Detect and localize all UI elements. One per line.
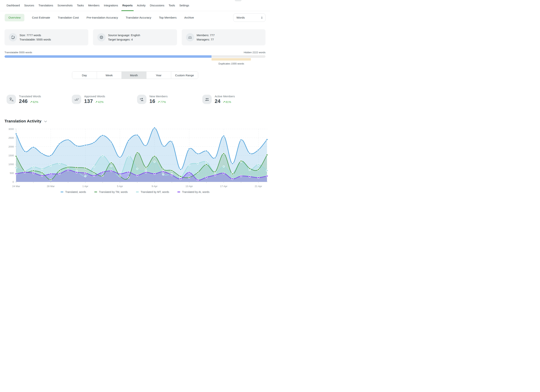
trend-up-icon: ↗	[158, 100, 160, 104]
nav-item-sources[interactable]: Sources	[24, 0, 34, 11]
subnav-item-archive[interactable]: Archive	[184, 16, 194, 19]
svg-text:3000: 3000	[8, 128, 14, 130]
translatable-progress-fill	[5, 55, 211, 58]
nav-item-screenshots[interactable]: Screenshots	[58, 0, 73, 11]
svg-text:0: 0	[13, 181, 14, 183]
activity-chart-svg: 05001000150020002500300024 Mar28 Mar1 Ap…	[0, 125, 270, 190]
subnav-item-translation-cost[interactable]: Translation Cost	[58, 16, 79, 19]
range-tab-month[interactable]: Month	[121, 72, 146, 79]
date-range-control: DayWeekMonthYearCustom Range	[72, 71, 198, 79]
legend-item-translated-by-ai-words[interactable]: Translated by AI, words	[177, 190, 210, 194]
stat-label: New Members	[150, 95, 168, 98]
stat-label: Translated Words	[19, 95, 41, 98]
words-progress-section: Translatable 5555 words Hidden 2222 word…	[5, 51, 265, 60]
svg-text:21 Apr: 21 Apr	[255, 185, 262, 188]
duplicates-label: Duplicates 1555 words	[218, 62, 244, 65]
nav-item-members[interactable]: Members	[88, 0, 99, 11]
stat-label: Active Members	[215, 95, 235, 98]
svg-text:24 Mar: 24 Mar	[12, 185, 20, 188]
stat-new-members: New Members16↗77%	[135, 95, 200, 104]
summary-card: Size: 7777 wordsTranslatable: 5555 words	[5, 29, 88, 45]
stat-change: ↗77%	[158, 100, 166, 104]
svg-text:17 Apr: 17 Apr	[220, 185, 228, 188]
stat-active-members: Active Members24↗81%	[200, 95, 265, 104]
legend-item-translated-by-tm-words[interactable]: Translated by TM, words	[94, 190, 128, 194]
nav-item-discussions[interactable]: Discussions	[150, 0, 164, 11]
top-navigation: DashboardSourcesTranslationsScreenshotsT…	[0, 0, 270, 11]
stat-label: Approved Words	[84, 95, 105, 98]
stat-value: 16	[150, 99, 155, 104]
summary-card-text: Members: 777Managers: 77	[197, 33, 215, 42]
stats-row: ATranslated Words246↗62%Approved Words13…	[5, 95, 265, 104]
svg-text:2000: 2000	[8, 145, 14, 148]
stat-value: 246	[19, 99, 28, 104]
svg-text:500: 500	[10, 172, 14, 174]
svg-text:1500: 1500	[8, 154, 14, 157]
double-check-icon	[72, 95, 81, 104]
nav-item-tasks[interactable]: Tasks	[77, 0, 84, 11]
subnav-item-pre-translation-accuracy[interactable]: Pre-translation Accuracy	[86, 16, 118, 19]
donut-chart-icon	[9, 33, 17, 41]
nav-item-translations[interactable]: Translations	[38, 0, 53, 11]
summary-card-text: Size: 7777 wordsTranslatable: 5555 words	[20, 33, 51, 42]
stat-translated-words: ATranslated Words246↗62%	[5, 95, 70, 104]
reports-subnav: OverviewCost EstimateTranslation CostPre…	[0, 11, 270, 24]
translate-icon: A	[7, 95, 16, 104]
translation-activity-chart: 05001000150020002500300024 Mar28 Mar1 Ap…	[0, 125, 270, 190]
globe-icon	[97, 33, 105, 41]
person-add-icon	[137, 95, 146, 104]
legend-item-translated-words[interactable]: Translated, words	[60, 190, 86, 194]
subnav-item-cost-estimate[interactable]: Cost Estimate	[32, 16, 50, 19]
date-range-control-wrap: DayWeekMonthYearCustom Range	[0, 71, 270, 79]
duplicates-bar	[211, 58, 251, 60]
cut-off-element	[235, 0, 241, 1]
stat-change: ↗62%	[30, 100, 38, 104]
legend-label: Translated, words	[65, 190, 86, 194]
subnav-item-top-members[interactable]: Top Members	[159, 16, 177, 19]
nav-item-settings[interactable]: Settings	[179, 0, 189, 11]
svg-text:13 Apr: 13 Apr	[185, 185, 193, 188]
svg-text:1000: 1000	[8, 163, 14, 166]
legend-label: Translated by AI, words	[182, 190, 210, 194]
nav-item-dashboard[interactable]: Dashboard	[7, 0, 20, 11]
select-arrows-icon	[261, 16, 263, 19]
unit-select[interactable]: Words	[233, 14, 265, 22]
legend-swatch	[94, 192, 97, 193]
subnav-item-overview[interactable]: Overview	[5, 14, 24, 21]
nav-item-activity[interactable]: Activity	[137, 0, 145, 11]
range-tab-week[interactable]: Week	[97, 72, 121, 79]
legend-swatch	[177, 192, 180, 193]
summary-card: Members: 777Managers: 77	[182, 29, 265, 45]
svg-text:28 Mar: 28 Mar	[47, 185, 55, 188]
trend-up-icon: ↗	[95, 100, 98, 104]
members-icon	[186, 33, 194, 41]
range-tab-custom-range[interactable]: Custom Range	[171, 72, 198, 79]
stat-approved-words: Approved Words137↗42%	[70, 95, 135, 104]
trend-up-icon: ↗	[30, 100, 32, 104]
chevron-down-icon[interactable]	[44, 120, 47, 122]
words-progress-bar	[5, 55, 265, 58]
svg-text:5 Apr: 5 Apr	[117, 185, 123, 188]
hidden-words-label: Hidden 2222 words	[244, 51, 265, 54]
nav-item-integrations[interactable]: Integrations	[104, 0, 118, 11]
range-tab-year[interactable]: Year	[146, 72, 171, 79]
legend-label: Translated by TM, words	[99, 190, 128, 194]
stat-change: ↗81%	[223, 100, 231, 104]
svg-text:9 Apr: 9 Apr	[151, 185, 158, 188]
legend-swatch	[136, 192, 139, 193]
svg-text:1 Apr: 1 Apr	[82, 185, 88, 188]
legend-swatch	[60, 192, 63, 193]
summary-card: Source language: EnglishTarget languages…	[93, 29, 177, 45]
nav-item-tools[interactable]: Tools	[169, 0, 175, 11]
people-icon	[202, 95, 212, 104]
legend-label: Translated by MT, words	[141, 190, 169, 194]
translation-activity-header: Translation Activity	[5, 119, 265, 123]
legend-item-translated-by-mt-words[interactable]: Translated by MT, words	[136, 190, 169, 194]
translatable-words-label: Translatable 5555 words	[5, 51, 32, 54]
range-tab-day[interactable]: Day	[72, 72, 97, 79]
stat-value: 24	[215, 99, 220, 104]
subnav-item-translator-accuracy[interactable]: Translator Accuracy	[126, 16, 151, 19]
unit-select-value: Words	[236, 16, 245, 19]
nav-item-reports[interactable]: Reports	[122, 0, 133, 11]
svg-text:2500: 2500	[8, 136, 14, 139]
